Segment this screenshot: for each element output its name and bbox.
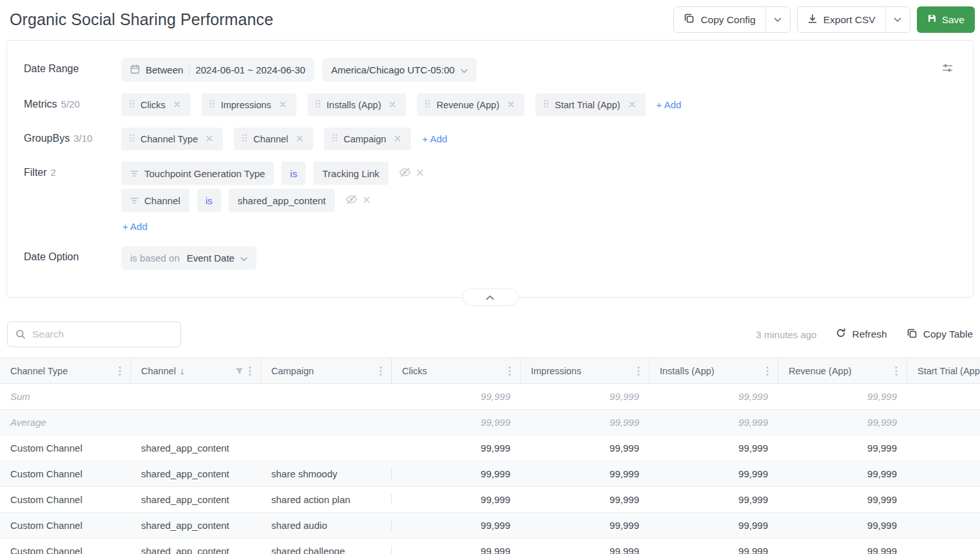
cell-campaign: shared action plan xyxy=(261,494,392,505)
column-menu-icon[interactable] xyxy=(246,364,254,378)
column-header-start-trial-app[interactable]: Start Trial (App) xyxy=(907,358,980,383)
column-menu-icon[interactable] xyxy=(764,364,771,378)
filter-value[interactable]: shared_app_content xyxy=(229,189,335,212)
export-csv-button[interactable]: Export CSV xyxy=(798,7,885,32)
close-icon xyxy=(416,169,424,178)
column-menu-icon[interactable] xyxy=(116,364,124,378)
remove-groupby-button[interactable] xyxy=(392,131,403,146)
export-csv-dropdown[interactable] xyxy=(885,7,910,32)
chevron-down-icon xyxy=(774,15,782,24)
cell-impressions: 99,999 xyxy=(521,520,649,531)
cell-revenue: 99,999 xyxy=(778,520,907,531)
cell-installs: 99,999 xyxy=(649,546,778,554)
hide-filter-button[interactable] xyxy=(396,165,414,182)
table-row[interactable]: Custom Channel shared_app_content shared… xyxy=(0,487,980,513)
drag-handle-icon xyxy=(332,133,338,144)
date-range-picker[interactable]: Between 2024-06-01 ~ 2024-06-30 xyxy=(121,58,314,82)
filter-row: Filter 2 Touchpoint Generation Type is T… xyxy=(24,162,956,232)
column-header-installs-app[interactable]: Installs (App) xyxy=(649,358,778,383)
filter-label: Filter xyxy=(24,167,47,178)
remove-metric-button[interactable] xyxy=(171,97,183,112)
column-header-channel[interactable]: Channel ↓ xyxy=(131,358,261,383)
table-row[interactable]: Custom Channel shared_app_content 99,999… xyxy=(0,435,980,461)
date-option-prefix: is based on xyxy=(130,253,180,263)
filter-field[interactable]: Channel xyxy=(121,189,189,212)
metric-chip[interactable]: Clicks xyxy=(121,93,191,116)
metric-chip[interactable]: Impressions xyxy=(202,93,296,116)
copy-table-button[interactable]: Copy Table xyxy=(907,328,973,341)
table-row[interactable]: Custom Channel shared_app_content shared… xyxy=(0,513,980,539)
groupby-chip-label: Channel xyxy=(253,134,288,144)
remove-filter-button[interactable] xyxy=(360,193,373,208)
remove-metric-button[interactable] xyxy=(277,97,289,112)
remove-metric-button[interactable] xyxy=(505,97,517,112)
groupbys-label: GroupBys xyxy=(24,133,70,144)
save-button[interactable]: Save xyxy=(917,6,975,33)
close-icon xyxy=(174,100,180,110)
column-menu-icon[interactable] xyxy=(635,364,642,378)
metric-chip[interactable]: Start Trial (App) xyxy=(535,93,646,116)
divider xyxy=(189,65,189,75)
remove-metric-button[interactable] xyxy=(626,97,638,112)
remove-filter-button[interactable] xyxy=(414,166,427,181)
metric-chip[interactable]: Revenue (App) xyxy=(417,93,524,116)
timezone-select[interactable]: America/Chicago UTC-05:00 xyxy=(322,58,477,82)
cell-impressions: 99,999 xyxy=(521,546,649,554)
cell-impressions: 99,999 xyxy=(521,443,649,454)
filter-field[interactable]: Touchpoint Generation Type xyxy=(121,162,274,185)
metric-chip-label: Revenue (App) xyxy=(436,100,499,110)
remove-groupby-button[interactable] xyxy=(294,131,305,146)
remove-metric-button[interactable] xyxy=(387,97,398,112)
date-range-label: Date Range xyxy=(24,63,79,75)
cell-revenue: 99,999 xyxy=(778,468,907,479)
save-icon xyxy=(927,14,937,26)
date-option-value: Event Date xyxy=(187,253,235,263)
close-icon xyxy=(394,134,401,144)
cell-clicks: 99,999 xyxy=(392,391,521,402)
column-menu-icon[interactable] xyxy=(892,364,900,378)
search-input[interactable] xyxy=(7,321,181,347)
groupby-chip-label: Campaign xyxy=(343,134,386,144)
column-filter-icon[interactable] xyxy=(233,365,246,377)
column-menu-icon[interactable] xyxy=(506,364,514,378)
add-filter-button[interactable]: + Add xyxy=(122,221,148,232)
copy-icon xyxy=(907,328,918,341)
groupby-chip[interactable]: Channel xyxy=(234,128,313,150)
view-options-button[interactable] xyxy=(941,62,954,75)
table-row[interactable]: Custom Channel shared_app_content shared… xyxy=(0,539,980,554)
metric-chip[interactable]: Installs (App) xyxy=(307,93,407,116)
add-groupby-button[interactable]: + Add xyxy=(422,133,447,144)
cell-campaign: shared audio xyxy=(261,520,392,531)
filter-operator[interactable]: is xyxy=(197,189,221,212)
collapse-panel-button[interactable] xyxy=(462,289,519,306)
groupby-chip[interactable]: Campaign xyxy=(324,128,411,150)
close-icon xyxy=(508,100,514,110)
add-metric-button[interactable]: + Add xyxy=(657,99,682,110)
column-header-impressions[interactable]: Impressions xyxy=(521,358,649,383)
calendar-icon xyxy=(130,64,140,76)
drag-handle-icon xyxy=(543,99,549,110)
cell-impressions: 99,999 xyxy=(521,494,649,505)
column-header-channel-type[interactable]: Channel Type xyxy=(0,358,131,383)
column-header-campaign[interactable]: Campaign xyxy=(261,358,392,383)
groupby-chip[interactable]: Channel Type xyxy=(121,128,223,150)
search-icon xyxy=(15,329,26,342)
date-option-label: Date Option xyxy=(24,251,79,263)
column-header-revenue-app[interactable]: Revenue (App) xyxy=(778,358,907,383)
column-header-clicks[interactable]: Clicks xyxy=(392,358,521,383)
table-row[interactable]: Custom Channel shared_app_content share … xyxy=(0,461,980,487)
chevron-down-icon xyxy=(461,64,468,75)
copy-config-split-button: Copy Config xyxy=(673,6,790,33)
copy-config-dropdown[interactable] xyxy=(765,7,790,32)
refresh-button[interactable]: Refresh xyxy=(836,328,887,341)
copy-config-button[interactable]: Copy Config xyxy=(674,7,765,32)
column-menu-icon[interactable] xyxy=(377,364,385,378)
cell-impressions: 99,999 xyxy=(521,391,649,402)
copy-table-label: Copy Table xyxy=(923,329,973,340)
filter-value[interactable]: Tracking Link xyxy=(313,162,389,185)
filter-operator[interactable]: is xyxy=(282,162,305,185)
close-icon xyxy=(389,100,396,110)
date-option-select[interactable]: is based on Event Date xyxy=(121,246,256,270)
remove-groupby-button[interactable] xyxy=(204,131,215,146)
hide-filter-button[interactable] xyxy=(343,192,360,209)
